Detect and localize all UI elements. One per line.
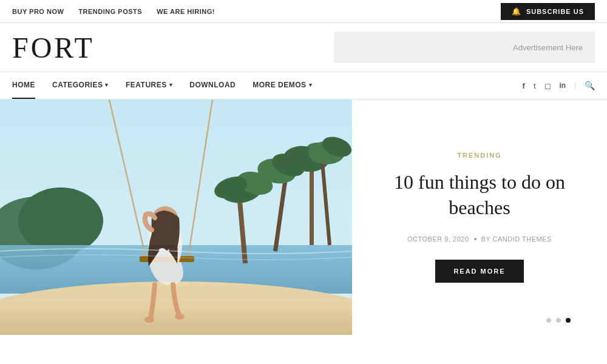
hiring-link[interactable]: WE ARE HIRING! bbox=[157, 8, 215, 15]
nav-item-features[interactable]: FEATURES ▾ bbox=[126, 72, 172, 99]
top-bar-links: BUY PRO NOW TRENDING POSTS WE ARE HIRING… bbox=[12, 8, 215, 15]
site-logo[interactable]: FORT bbox=[12, 31, 95, 64]
article-meta: OCTOBER 9, 2020 BY CANDID THEMES bbox=[407, 235, 552, 243]
nav-social: f t ◻ in | 🔍 bbox=[523, 81, 595, 91]
svg-point-3 bbox=[18, 187, 103, 254]
nav-divider: | bbox=[574, 81, 576, 90]
header: FORT Advertisement Here bbox=[0, 23, 607, 72]
buy-pro-link[interactable]: BUY PRO NOW bbox=[12, 8, 64, 15]
bell-icon: 🔔 bbox=[512, 7, 521, 16]
article-author: BY CANDID THEMES bbox=[481, 235, 552, 243]
nav-features-label: FEATURES bbox=[126, 81, 167, 89]
trending-posts-link[interactable]: TRENDING POSTS bbox=[78, 8, 142, 15]
pagination-dot-1[interactable] bbox=[546, 318, 551, 323]
svg-point-26 bbox=[144, 317, 154, 323]
facebook-link[interactable]: f bbox=[523, 81, 525, 90]
nav-links: HOME CATEGORIES ▾ FEATURES ▾ DOWNLOAD MO… bbox=[12, 72, 312, 99]
subscribe-button[interactable]: 🔔 SUBSCRIBE US bbox=[501, 3, 595, 20]
pagination-dots bbox=[546, 318, 571, 323]
nav-item-categories[interactable]: CATEGORIES ▾ bbox=[52, 72, 109, 99]
chevron-down-icon: ▾ bbox=[105, 82, 109, 88]
nav-item-download[interactable]: DOWNLOAD bbox=[189, 72, 236, 99]
svg-point-27 bbox=[175, 314, 185, 320]
subscribe-label: SUBSCRIBE US bbox=[526, 8, 584, 15]
nav-categories-label: CATEGORIES bbox=[52, 81, 103, 89]
article-category: TRENDING bbox=[457, 152, 501, 159]
advertisement-banner: Advertisement Here bbox=[334, 32, 595, 63]
nav-more-demos-label: MORE DEMOS bbox=[253, 81, 306, 89]
linkedin-link[interactable]: in bbox=[560, 81, 566, 90]
ad-text: Advertisement Here bbox=[513, 43, 583, 52]
main-nav: HOME CATEGORIES ▾ FEATURES ▾ DOWNLOAD MO… bbox=[0, 72, 607, 99]
instagram-link[interactable]: ◻ bbox=[544, 81, 551, 90]
article-title: 10 fun things to do on beaches bbox=[376, 170, 583, 220]
featured-image[interactable] bbox=[0, 99, 352, 335]
meta-dot bbox=[474, 238, 476, 240]
top-bar: BUY PRO NOW TRENDING POSTS WE ARE HIRING… bbox=[0, 0, 607, 23]
article-panel: TRENDING 10 fun things to do on beaches … bbox=[352, 99, 607, 335]
search-icon[interactable]: 🔍 bbox=[585, 81, 595, 91]
nav-item-more-demos[interactable]: MORE DEMOS ▾ bbox=[253, 72, 312, 99]
pagination-dot-2[interactable] bbox=[556, 318, 561, 323]
nav-item-home[interactable]: HOME bbox=[12, 72, 35, 99]
pagination-dot-3[interactable] bbox=[566, 318, 571, 323]
main-content: TRENDING 10 fun things to do on beaches … bbox=[0, 99, 607, 335]
svg-rect-14 bbox=[310, 160, 314, 245]
article-date: OCTOBER 9, 2020 bbox=[407, 235, 469, 243]
chevron-down-icon: ▾ bbox=[309, 82, 313, 88]
nav-download-label: DOWNLOAD bbox=[189, 81, 236, 89]
chevron-down-icon: ▾ bbox=[169, 82, 173, 88]
read-more-button[interactable]: READ MORE bbox=[435, 260, 523, 283]
nav-home-label: HOME bbox=[12, 81, 35, 89]
twitter-link[interactable]: t bbox=[534, 81, 536, 90]
